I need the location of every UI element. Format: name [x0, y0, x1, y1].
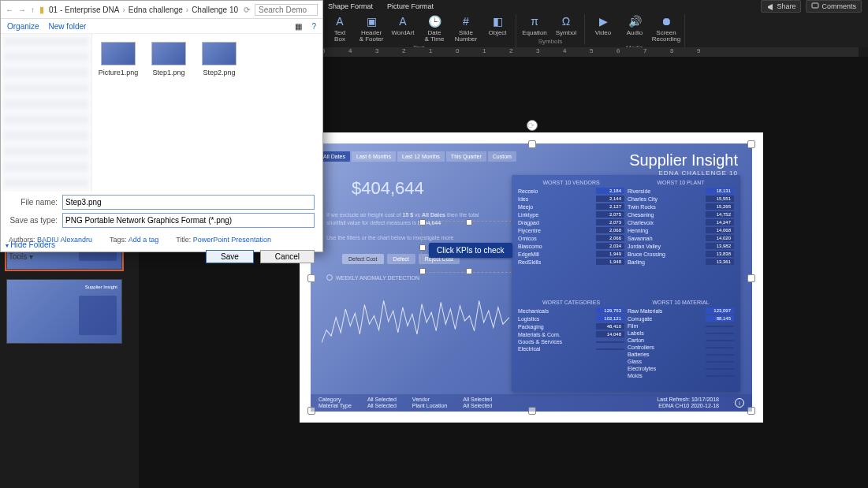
- svg-rect-0: [812, 3, 818, 8]
- file-item[interactable]: Picture1.png: [100, 42, 136, 76]
- rotate-handle[interactable]: ⟳: [527, 120, 538, 131]
- chart-label: WEEKLY ANOMALY DETECTION: [326, 274, 419, 281]
- new-folder-button[interactable]: New folder: [49, 22, 87, 31]
- help-icon[interactable]: ?: [311, 22, 316, 31]
- resize-handle[interactable]: [528, 140, 536, 148]
- kpi-row[interactable]: Meejo2,127: [518, 203, 624, 210]
- ribbon-video[interactable]: ▶Video: [590, 14, 617, 43]
- kpi-row[interactable]: Flycentre2,068: [518, 227, 624, 233]
- kpi-row[interactable]: Carton: [628, 337, 734, 343]
- kpi-row[interactable]: Linktype2,075: [518, 211, 624, 218]
- file-item[interactable]: Step2.png: [201, 42, 237, 76]
- folder-tree[interactable]: [1, 34, 92, 192]
- kpi-row[interactable]: Controllers: [628, 345, 734, 350]
- kpi-row[interactable]: Dragpad2,073: [518, 219, 624, 225]
- kpi-row[interactable]: Goods & Services: [518, 339, 624, 345]
- slide-content[interactable]: ⟳ All DatesLast 6 MonthsLast 12 MonthsTh…: [311, 143, 752, 412]
- tools-dropdown[interactable]: Tools ▾: [9, 252, 33, 261]
- refresh-icon[interactable]: ⟳: [244, 6, 250, 14]
- resize-handle[interactable]: [307, 274, 315, 282]
- kpi-row[interactable]: EdgeMill1,949: [518, 251, 624, 257]
- kpi-row[interactable]: Bruce Crossing13,838: [628, 251, 734, 257]
- tab-picture-format[interactable]: Picture Format: [387, 2, 434, 10]
- kpi-row[interactable]: Blascomo2,034: [518, 243, 624, 249]
- save-as-dialog: ← → ↑ ▮ 01 - Enterprise DNA›Edna challen…: [0, 0, 323, 252]
- ribbon-symbol[interactable]: ΩSymbol: [553, 14, 579, 36]
- ribbon-header-footer[interactable]: ▣Header& Footer: [358, 14, 385, 43]
- callout-label[interactable]: Click KPIs to check: [429, 243, 512, 258]
- kpi-row[interactable]: Batteries: [628, 352, 734, 357]
- nav-up-icon[interactable]: ↑: [31, 6, 35, 14]
- kpi-row[interactable]: Molds: [628, 373, 734, 378]
- tab-shape-format[interactable]: Shape Format: [328, 2, 373, 10]
- organize-button[interactable]: Organize: [7, 22, 39, 31]
- dashboard-title: Supplier Insight EDNA CHALLENGE 10: [629, 151, 738, 177]
- date-filter-buttons[interactable]: All DatesLast 6 MonthsLast 12 MonthsThis…: [319, 151, 516, 162]
- hide-folders-link[interactable]: Hide Folders: [6, 240, 55, 249]
- ribbon-slide-number[interactable]: #SlideNumber: [453, 14, 479, 43]
- kpi-row[interactable]: Mechanicals129,753: [518, 307, 624, 314]
- crumb[interactable]: 01 - Enterprise DNA: [49, 6, 119, 14]
- kpi-row[interactable]: Barling13,361: [628, 259, 734, 265]
- nav-back-icon[interactable]: ←: [6, 6, 13, 14]
- kpi-row[interactable]: Electrolytes: [628, 366, 734, 371]
- tags-link[interactable]: Add a tag: [129, 236, 159, 244]
- ribbon-audio[interactable]: 🔊Audio: [621, 14, 648, 43]
- kpi-row[interactable]: Henning14,068: [628, 227, 734, 233]
- dialog-nav: ← → ↑ ▮ 01 - Enterprise DNA›Edna challen…: [1, 1, 322, 19]
- kpi-row[interactable]: Corrugate88,145: [628, 315, 734, 322]
- search-input[interactable]: [255, 4, 318, 16]
- saveas-select[interactable]: [62, 213, 315, 228]
- ribbon-date-time[interactable]: 🕒Date& Time: [421, 14, 448, 43]
- share-button[interactable]: Share: [761, 0, 801, 13]
- resize-handle[interactable]: [747, 274, 755, 282]
- kpi-row[interactable]: Recceio2,184: [518, 188, 624, 194]
- ribbon-object[interactable]: ◧Object: [484, 14, 511, 43]
- slide-thumb-2[interactable]: Supplier Insight: [6, 279, 122, 344]
- filename-input[interactable]: [62, 195, 315, 210]
- ribbon-text-box[interactable]: ATextBox: [326, 14, 353, 43]
- kpi-row[interactable]: Materials & Com.14,048: [518, 331, 624, 337]
- crumb[interactable]: Edna challenge: [129, 6, 183, 14]
- file-item[interactable]: Step1.png: [151, 42, 187, 76]
- file-list[interactable]: Picture1.pngStep1.pngStep2.png: [92, 34, 322, 192]
- resize-handle[interactable]: [747, 140, 755, 148]
- kpi-row[interactable]: Charles City15,551: [628, 196, 734, 202]
- kpi-row[interactable]: RedSkills1,948: [518, 259, 624, 265]
- kpi-row[interactable]: Jordan Valley13,982: [628, 243, 734, 249]
- kpi-row[interactable]: Twin Rocks15,295: [628, 203, 734, 210]
- dashboard-footer: CategoryMaterial Type All SelectedAll Se…: [311, 394, 752, 412]
- anomaly-chart: [322, 284, 512, 359]
- kpi-headline: $404,644: [352, 178, 424, 199]
- kpi-row[interactable]: Riverside18,131: [628, 188, 734, 194]
- ribbon: Shape Format Picture Format Share Commen…: [322, 0, 868, 47]
- kpi-panel: WORST 10 VENDORSRecceio2,184Ides2,144Mee…: [512, 175, 740, 392]
- kpi-row[interactable]: Logistics102,121: [518, 315, 624, 322]
- kpi-row[interactable]: Raw Materials123,097: [628, 307, 734, 314]
- pill[interactable]: Defect: [387, 254, 415, 264]
- nav-fwd-icon[interactable]: →: [18, 6, 26, 14]
- view-icon[interactable]: ▦: [295, 22, 302, 31]
- kpi-row[interactable]: Glass: [628, 359, 734, 364]
- kpi-row[interactable]: Electrical: [518, 346, 624, 352]
- horizontal-ruler: 543210123456789: [322, 47, 859, 57]
- info-icon[interactable]: i: [735, 398, 744, 408]
- kpi-row[interactable]: Packaging48,410: [518, 323, 624, 330]
- kpi-row[interactable]: Chesaning14,752: [628, 211, 734, 218]
- comments-button[interactable]: Comments: [806, 0, 862, 13]
- ribbon-equation[interactable]: πEquation: [521, 14, 548, 36]
- crumb[interactable]: Challenge 10 - Winner: [192, 6, 239, 14]
- kpi-row[interactable]: Charlevoix14,247: [628, 219, 734, 225]
- ribbon-wordart[interactable]: AWordArt: [389, 14, 416, 43]
- kpi-row[interactable]: Ides2,144: [518, 196, 624, 202]
- kpi-row[interactable]: Labels: [628, 330, 734, 336]
- kpi-row[interactable]: Omicos2,066: [518, 235, 624, 241]
- kpi-row[interactable]: Film: [628, 323, 734, 329]
- ribbon-screen-recording[interactable]: ⏺ScreenRecording: [653, 14, 680, 43]
- save-button[interactable]: Save: [206, 250, 254, 263]
- breadcrumb[interactable]: 01 - Enterprise DNA›Edna challenge›Chall…: [49, 6, 239, 14]
- pill[interactable]: Defect Cost: [342, 254, 384, 264]
- cancel-button[interactable]: Cancel: [260, 250, 315, 263]
- title-link[interactable]: PowerPoint Presentation: [193, 236, 271, 244]
- kpi-row[interactable]: Savannah14,020: [628, 235, 734, 241]
